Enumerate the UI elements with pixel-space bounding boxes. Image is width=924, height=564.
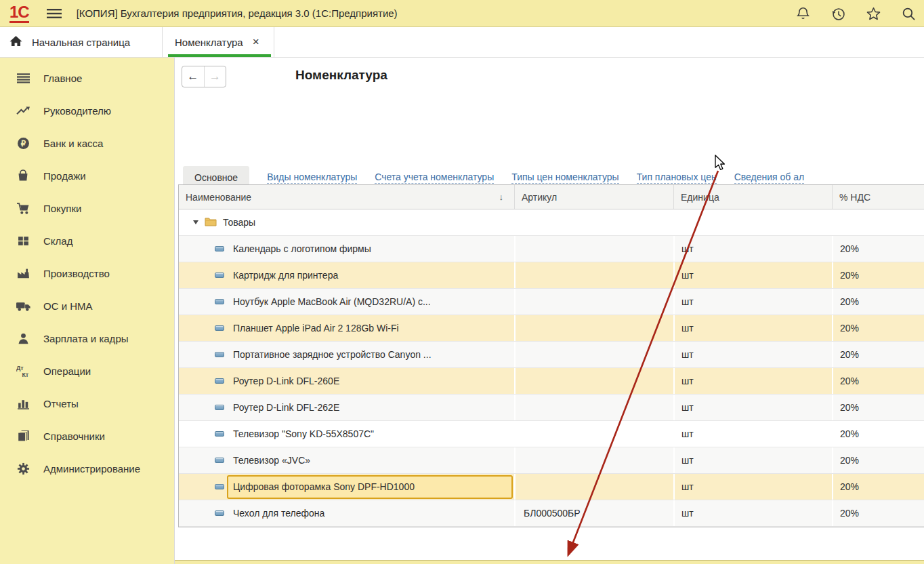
name-cell[interactable]: Календарь с логотипом фирмы	[227, 236, 514, 262]
expand-triangle-icon[interactable]	[193, 220, 198, 224]
section-link[interactable]: Счета учета номенклатуры	[375, 172, 494, 184]
table-row[interactable]: Цифровая фоторамка Sony DPF-HD1000шт20%	[179, 474, 924, 500]
back-button[interactable]: ←	[182, 66, 204, 87]
vat-cell[interactable]: 20%	[832, 342, 924, 367]
name-cell[interactable]: Чехол для телефона	[227, 500, 514, 526]
row-icon-cell[interactable]	[179, 500, 227, 526]
articul-cell[interactable]	[514, 395, 673, 420]
table-row[interactable]: Картридж для принтерашт20%	[179, 262, 924, 289]
section-link[interactable]: Сведения об ал	[734, 172, 805, 184]
articul-cell[interactable]: БЛ000500БР	[514, 500, 673, 526]
row-icon-cell[interactable]	[179, 315, 227, 341]
sidebar-item[interactable]: ДтКтОперации	[0, 359, 174, 383]
vat-cell[interactable]: 20%	[832, 447, 924, 473]
name-cell[interactable]: Телевизор «JVC»	[227, 447, 514, 473]
section-link[interactable]: Типы цен номенклатуры	[511, 172, 618, 184]
articul-cell[interactable]	[514, 421, 673, 447]
sidebar-item[interactable]: ₽Банк и касса	[0, 131, 174, 155]
vat-cell[interactable]: 20%	[832, 368, 924, 394]
sidebar-item[interactable]: Покупки	[0, 196, 174, 220]
main-menu-icon[interactable]	[47, 8, 62, 19]
row-icon-cell[interactable]	[179, 368, 227, 394]
sidebar-item[interactable]: ОС и НМА	[0, 294, 174, 318]
name-cell[interactable]: Планшет Apple iPad Air 2 128Gb Wi-Fi	[227, 315, 514, 341]
row-icon-cell[interactable]	[179, 395, 227, 420]
table-row[interactable]: Календарь с логотипом фирмышт20%	[179, 236, 924, 262]
unit-cell[interactable]: шт	[673, 421, 832, 447]
name-cell[interactable]: Роутер D-Link DFL-262E	[227, 395, 514, 420]
column-header[interactable]: Артикул	[514, 185, 673, 209]
table-row[interactable]: Ноутбук Apple MacBook Air (MQD32RU/A) с.…	[179, 289, 924, 315]
sidebar-item[interactable]: Главное	[0, 66, 174, 90]
vat-cell[interactable]: 20%	[832, 289, 924, 315]
history-icon[interactable]	[829, 5, 847, 22]
row-icon-cell[interactable]	[179, 474, 227, 500]
vat-cell[interactable]: 20%	[832, 262, 924, 288]
vat-cell[interactable]: 20%	[832, 421, 924, 447]
table-row[interactable]: Телевизор "Sony KD-55X8507C"шт20%	[179, 421, 924, 447]
star-icon[interactable]	[864, 5, 882, 22]
unit-cell[interactable]: шт	[673, 289, 832, 315]
unit-cell[interactable]: шт	[673, 262, 832, 288]
row-icon-cell[interactable]	[179, 342, 227, 367]
sidebar-item[interactable]: Склад	[0, 228, 174, 253]
articul-cell[interactable]	[514, 368, 673, 394]
table-row[interactable]: Роутер D-Link DFL-260Eшт20%	[179, 368, 924, 395]
sidebar-item[interactable]: Зарплата и кадры	[0, 326, 174, 350]
articul-cell[interactable]	[514, 289, 673, 315]
sidebar-item[interactable]: Администрирование	[0, 456, 174, 481]
table-row[interactable]: Телевизор «JVC»шт20%	[179, 447, 924, 474]
section-link[interactable]: Виды номенклатуры	[267, 172, 357, 184]
table-row[interactable]: Чехол для телефонаБЛ000500БРшт20%	[179, 500, 924, 527]
unit-cell[interactable]: шт	[673, 474, 832, 500]
articul-cell[interactable]	[514, 447, 673, 473]
vat-cell[interactable]: 20%	[832, 236, 924, 262]
articul-cell[interactable]	[514, 342, 673, 367]
name-cell[interactable]: Портативное зарядное устройство Canyon .…	[227, 342, 514, 367]
articul-cell[interactable]	[514, 236, 673, 262]
vat-cell[interactable]: 20%	[832, 500, 924, 526]
unit-cell[interactable]: шт	[673, 368, 832, 394]
name-cell[interactable]: Роутер D-Link DFL-260E	[227, 368, 514, 394]
tab-home[interactable]: Начальная страница	[0, 27, 163, 57]
vat-cell[interactable]: 20%	[832, 395, 924, 420]
sidebar-item[interactable]: Отчеты	[0, 391, 174, 416]
row-icon-cell[interactable]	[179, 262, 227, 288]
unit-cell[interactable]: шт	[673, 500, 832, 526]
group-row[interactable]: Товары	[179, 209, 924, 236]
name-cell-selected[interactable]: Цифровая фоторамка Sony DPF-HD1000	[227, 475, 513, 499]
table-row[interactable]: Планшет Apple iPad Air 2 128Gb Wi-Fiшт20…	[179, 315, 924, 342]
row-icon-cell[interactable]	[179, 236, 227, 262]
row-icon-cell[interactable]	[179, 289, 227, 315]
section-link[interactable]: Тип плановых цен	[637, 172, 717, 184]
articul-cell[interactable]	[514, 262, 673, 288]
search-icon[interactable]	[900, 5, 917, 22]
unit-cell[interactable]: шт	[673, 395, 832, 420]
vat-cell[interactable]: 20%	[832, 474, 924, 500]
row-icon-cell[interactable]	[179, 447, 227, 473]
unit-cell[interactable]: шт	[673, 342, 832, 367]
articul-cell[interactable]	[514, 474, 673, 500]
tab-nomenklatura[interactable]: Номенклатура ×	[163, 27, 274, 57]
column-header[interactable]: Единица	[673, 185, 832, 209]
table-row[interactable]: Роутер D-Link DFL-262Eшт20%	[179, 395, 924, 421]
close-icon[interactable]: ×	[253, 35, 259, 49]
sidebar-item[interactable]: Справочники	[0, 424, 174, 448]
sidebar-item[interactable]: Продажи	[0, 163, 174, 188]
unit-cell[interactable]: шт	[673, 315, 832, 341]
articul-cell[interactable]	[514, 315, 673, 341]
unit-cell[interactable]: шт	[673, 236, 832, 262]
sidebar-item[interactable]: Руководителю	[0, 98, 174, 123]
name-cell[interactable]: Ноутбук Apple MacBook Air (MQD32RU/A) с.…	[227, 289, 514, 315]
name-cell[interactable]: Телевизор "Sony KD-55X8507C"	[227, 421, 514, 447]
forward-button[interactable]: →	[204, 66, 226, 87]
column-header[interactable]: Наименование↓	[179, 185, 514, 209]
sidebar-item[interactable]: Производство	[0, 261, 174, 285]
table-row[interactable]: Портативное зарядное устройство Canyon .…	[179, 342, 924, 368]
bell-icon[interactable]	[794, 5, 812, 22]
row-icon-cell[interactable]	[179, 421, 227, 447]
name-cell[interactable]: Картридж для принтера	[227, 262, 514, 288]
column-header[interactable]: % НДС	[832, 185, 924, 209]
unit-cell[interactable]: шт	[673, 447, 832, 473]
vat-cell[interactable]: 20%	[832, 315, 924, 341]
